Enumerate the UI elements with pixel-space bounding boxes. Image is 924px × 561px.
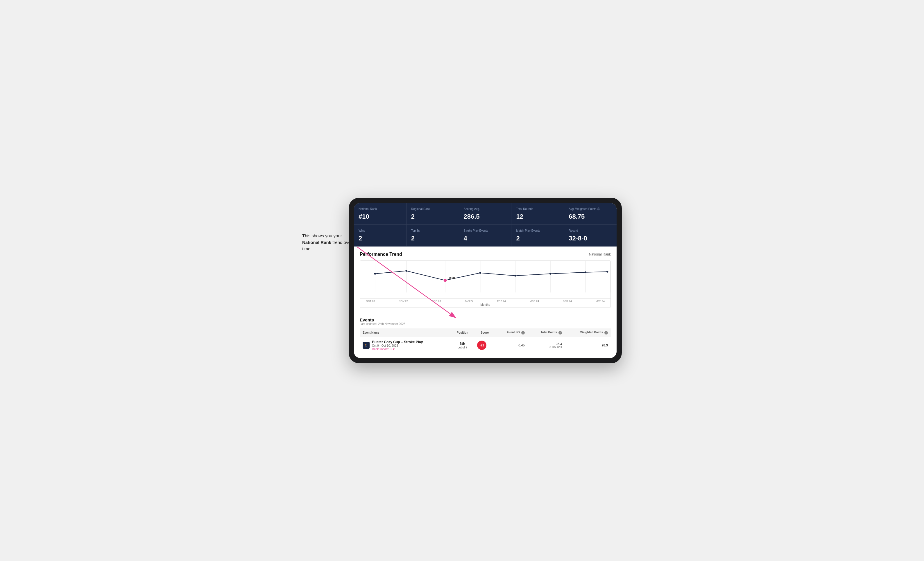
x-axis-title: Months: [360, 303, 610, 306]
svg-point-10: [374, 273, 376, 275]
events-section: Events Last updated: 24th November 2023 …: [354, 313, 616, 358]
stats-row-1: National Rank #10 Regional Rank 2 Scorin…: [354, 203, 616, 225]
x-label-mar24: MAR 24: [530, 300, 539, 302]
stat-regional-rank: Regional Rank 2: [406, 203, 459, 225]
stat-national-rank-label: National Rank: [358, 207, 402, 211]
svg-point-17: [606, 271, 608, 273]
events-table-header-row: Event Name Position Score Event SG i Tot…: [360, 328, 611, 337]
performance-trend-title: Performance Trend: [360, 252, 402, 257]
events-table: Event Name Position Score Event SG i Tot…: [360, 328, 611, 354]
event-name-cell: 🏌 Buster Cozy Cup – Stroke Play Oct 9 - …: [360, 337, 451, 354]
event-sg-info-icon: i: [521, 331, 525, 335]
tablet-frame: National Rank #10 Regional Rank 2 Scorin…: [349, 198, 622, 363]
stat-national-rank-value: #10: [358, 213, 402, 220]
svg-point-14: [514, 275, 516, 277]
col-event-name: Event Name: [360, 328, 451, 337]
stats-row-2: Wins 2 Top 3s 2 Stroke Play Events 4 Mat…: [354, 225, 616, 247]
stat-record: Record 32-8-0: [564, 225, 616, 247]
col-score: Score: [474, 328, 495, 337]
stat-total-rounds: Total Rounds 12: [512, 203, 564, 225]
performance-chart: #10: [360, 261, 610, 298]
event-details: Buster Cozy Cup – Stroke Play Oct 9 - Oc…: [372, 340, 423, 351]
event-sg-cell: 0.45: [495, 337, 528, 354]
events-last-updated: Last updated: 24th November 2023: [360, 322, 611, 326]
svg-point-11: [405, 270, 407, 272]
annotation-bold: National Rank: [302, 240, 331, 245]
x-axis-labels: OCT 23 NOV 23 DEC 23 JAN 24 FEB 24 MAR 2…: [360, 299, 610, 302]
weighted-points-cell: 28.3: [565, 337, 611, 354]
stat-top3s-label: Top 3s: [411, 229, 454, 233]
stat-scoring-avg-value: 286.5: [464, 213, 507, 220]
stat-stroke-play-events: Stroke Play Events 4: [459, 225, 512, 247]
x-label-may24: MAY 24: [596, 300, 604, 302]
stat-stroke-play-value: 4: [464, 235, 507, 242]
weighted-points-value: 28.3: [602, 344, 608, 347]
x-label-feb24: FEB 24: [497, 300, 506, 302]
stat-scoring-avg-label: Scoring Avg.: [464, 207, 507, 211]
performance-trend-header: Performance Trend National Rank: [360, 252, 611, 257]
x-label-dec23: DEC 23: [432, 300, 441, 302]
event-date: Oct 9 - Oct 10, 2023: [372, 344, 423, 347]
x-label-nov23: NOV 23: [399, 300, 408, 302]
col-total-points: Total Points i: [528, 328, 565, 337]
stat-record-label: Record: [568, 229, 612, 233]
svg-point-15: [549, 273, 551, 275]
stat-scoring-avg: Scoring Avg. 286.5: [459, 203, 512, 225]
event-position-cell: 6th out of 7: [451, 337, 474, 354]
svg-point-13: [479, 272, 481, 274]
total-rounds-value: 3 Rounds: [531, 346, 562, 349]
stat-avg-weighted-points-value: 68.75: [568, 213, 612, 220]
performance-trend-subtitle: National Rank: [589, 252, 611, 256]
annotation-prefix: This shows you your: [302, 233, 342, 238]
weighted-points-info-icon: i: [604, 331, 608, 335]
stat-regional-rank-value: 2: [411, 213, 454, 220]
stat-wins: Wins 2: [354, 225, 406, 247]
svg-text:#10: #10: [449, 277, 455, 280]
stat-regional-rank-label: Regional Rank: [411, 207, 454, 211]
stat-match-play-value: 2: [516, 235, 559, 242]
event-type-icon: 🏌: [363, 342, 370, 349]
total-points-info-icon: i: [558, 331, 562, 335]
col-position: Position: [451, 328, 474, 337]
page-wrapper: This shows you your National Rank trend …: [302, 198, 622, 363]
event-position-sub: out of 7: [454, 346, 472, 349]
chart-area: #10 OCT 23 NOV 23 DEC 23 JAN 24 FEB 24 M…: [360, 260, 611, 308]
x-label-jan24: JAN 24: [465, 300, 473, 302]
col-event-sg: Event SG i: [495, 328, 528, 337]
x-label-oct23: OCT 23: [366, 300, 375, 302]
performance-trend-section: Performance Trend National Rank: [354, 247, 616, 313]
x-label-apr24: APR 24: [563, 300, 572, 302]
event-name-wrapper: 🏌 Buster Cozy Cup – Stroke Play Oct 9 - …: [363, 340, 448, 351]
rank-impact: Rank Impact: 3 ▼: [372, 347, 423, 351]
stat-record-value: 32-8-0: [568, 235, 612, 242]
stat-match-play-events: Match Play Events 2: [512, 225, 564, 247]
stat-match-play-label: Match Play Events: [516, 229, 559, 233]
stat-wins-value: 2: [358, 235, 402, 242]
event-position-main: 6th: [454, 341, 472, 346]
stat-top3s-value: 2: [411, 235, 454, 242]
stat-avg-weighted-points: Avg. Weighted Points ⓘ 68.75: [564, 203, 616, 225]
event-title: Buster Cozy Cup – Stroke Play: [372, 340, 423, 344]
stat-national-rank: National Rank #10: [354, 203, 406, 225]
score-badge: -22: [477, 341, 486, 350]
col-weighted-points: Weighted Points i: [565, 328, 611, 337]
event-score-cell: -22: [474, 337, 495, 354]
stat-avg-weighted-points-label: Avg. Weighted Points ⓘ: [568, 207, 612, 211]
stat-top3s: Top 3s 2: [406, 225, 459, 247]
events-title: Events: [360, 317, 611, 322]
table-row: 🏌 Buster Cozy Cup – Stroke Play Oct 9 - …: [360, 337, 611, 354]
stat-total-rounds-label: Total Rounds: [516, 207, 559, 211]
svg-point-18: [444, 279, 447, 282]
stat-total-rounds-value: 12: [516, 213, 559, 220]
total-points-cell: 28.3 3 Rounds: [528, 337, 565, 354]
stat-wins-label: Wins: [358, 229, 402, 233]
annotation-text: This shows you your National Rank trend …: [302, 233, 360, 252]
total-points-value: 28.3: [531, 342, 562, 346]
stat-stroke-play-label: Stroke Play Events: [464, 229, 507, 233]
chart-svg-container: #10: [360, 261, 610, 299]
tablet-screen: National Rank #10 Regional Rank 2 Scorin…: [354, 203, 616, 358]
svg-point-16: [585, 271, 586, 273]
